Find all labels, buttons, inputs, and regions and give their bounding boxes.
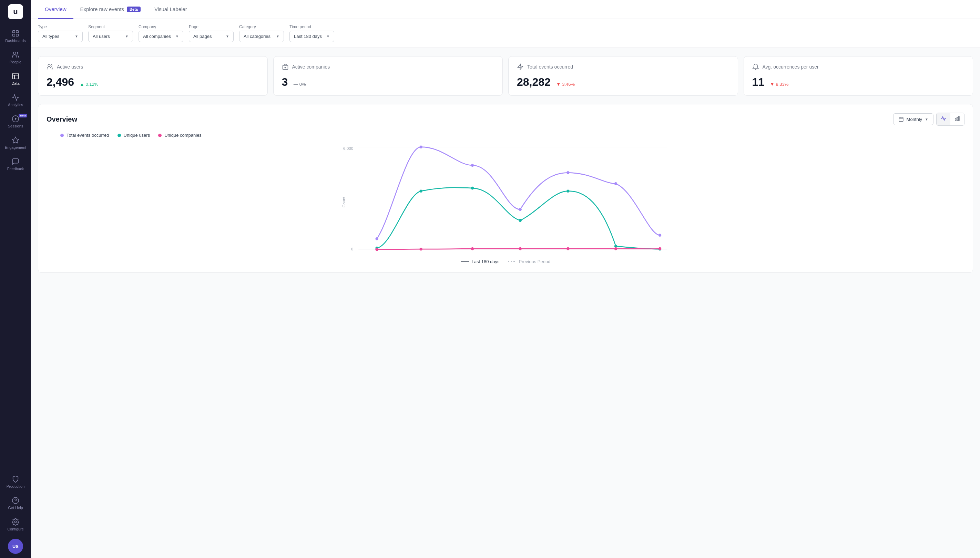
previous-period-label: Previous Period bbox=[519, 259, 551, 264]
sidebar-item-dashboards[interactable]: Dashboards bbox=[2, 26, 29, 46]
total-events-arrow-icon: ▼ bbox=[556, 82, 561, 87]
sidebar-item-engagement[interactable]: Engagement bbox=[2, 133, 29, 153]
sidebar-label-data: Data bbox=[12, 81, 19, 85]
page-filter-select[interactable]: All pages ▼ bbox=[189, 31, 233, 42]
sidebar-item-configure[interactable]: Configure bbox=[2, 515, 29, 535]
sidebar-label-configure: Configure bbox=[7, 527, 24, 531]
companies-dot-sep bbox=[375, 248, 378, 251]
total-events-change: ▼ 3.46% bbox=[556, 82, 575, 87]
events-dot-feb bbox=[614, 182, 618, 185]
metric-card-active-users: Active users 2,496 ▲ 0.12% bbox=[38, 56, 268, 96]
legend-item-companies: Unique companies bbox=[158, 133, 202, 138]
bar-chart-button[interactable] bbox=[950, 113, 964, 125]
tab-explore[interactable]: Explore raw events Beta bbox=[73, 0, 148, 19]
page-filter-value: All pages bbox=[193, 34, 212, 39]
active-companies-value: 3 bbox=[282, 76, 288, 88]
previous-period-line bbox=[508, 261, 516, 262]
sidebar: u Dashboards People Data Analytics Beta … bbox=[0, 0, 31, 558]
svg-rect-16 bbox=[899, 117, 903, 121]
svg-text:Mar 2025: Mar 2025 bbox=[651, 253, 669, 253]
events-dot-jan bbox=[567, 171, 570, 174]
sidebar-label-dashboards: Dashboards bbox=[5, 39, 26, 43]
sidebar-label-production: Production bbox=[7, 484, 25, 488]
tab-visual-labeler[interactable]: Visual Labeler bbox=[148, 0, 194, 19]
category-filter-label: Category bbox=[239, 25, 284, 29]
legend-label-companies: Unique companies bbox=[164, 133, 202, 138]
users-dot-jan bbox=[567, 189, 570, 192]
sidebar-label-sessions: Sessions bbox=[8, 124, 23, 128]
current-period-line bbox=[461, 261, 469, 262]
legend-dot-events bbox=[60, 134, 64, 137]
events-dot-mar bbox=[658, 233, 662, 236]
active-users-arrow-icon: ▲ bbox=[80, 82, 84, 87]
users-dot-nov bbox=[471, 187, 474, 190]
current-period-label: Last 180 days bbox=[472, 259, 500, 264]
sidebar-item-data[interactable]: Data bbox=[2, 69, 29, 89]
line-chart-svg: 6,000 0 Count Sep 2024 Oct 2024 Nov 2024… bbox=[46, 143, 965, 253]
overview-controls: Monthly ▼ bbox=[893, 113, 965, 126]
period-selector[interactable]: Monthly ▼ bbox=[893, 113, 934, 125]
footer-previous-period: Previous Period bbox=[508, 259, 551, 264]
logo[interactable]: u bbox=[8, 4, 23, 19]
company-filter-value: All companies bbox=[143, 34, 171, 39]
type-filter-select[interactable]: All types ▼ bbox=[38, 31, 83, 42]
line-chart-button[interactable] bbox=[937, 113, 950, 125]
page-filter-label: Page bbox=[189, 25, 233, 29]
events-dot-sep bbox=[375, 237, 378, 240]
avg-occurrences-value-row: 11 ▼ 8.33% bbox=[752, 76, 965, 89]
tab-overview[interactable]: Overview bbox=[38, 0, 73, 19]
svg-rect-22 bbox=[958, 117, 959, 121]
active-users-icon bbox=[46, 63, 53, 70]
avg-occurrences-icon bbox=[752, 63, 759, 70]
explore-beta-badge: Beta bbox=[127, 7, 141, 12]
category-chevron-icon: ▼ bbox=[276, 34, 280, 38]
sidebar-item-feedback[interactable]: Feedback bbox=[2, 154, 29, 174]
users-line bbox=[377, 188, 660, 249]
sidebar-item-analytics[interactable]: Analytics bbox=[2, 90, 29, 110]
segment-filter-group: Segment All users ▼ bbox=[88, 25, 133, 42]
company-filter-select[interactable]: All companies ▼ bbox=[138, 31, 183, 42]
svg-text:0: 0 bbox=[351, 247, 354, 251]
events-dot-dec bbox=[519, 208, 522, 211]
avg-occurrences-arrow-icon: ▼ bbox=[770, 82, 774, 87]
metric-cards: Active users 2,496 ▲ 0.12% Active compan… bbox=[38, 56, 973, 96]
time-period-filter-select[interactable]: Last 180 days ▼ bbox=[289, 31, 334, 42]
sidebar-item-get-help[interactable]: Get Help bbox=[2, 493, 29, 513]
svg-text:Nov 2024: Nov 2024 bbox=[464, 253, 482, 253]
svg-marker-15 bbox=[518, 64, 523, 70]
active-users-value-row: 2,496 ▲ 0.12% bbox=[46, 76, 259, 89]
metric-card-active-companies: Active companies 3 — 0% bbox=[273, 56, 503, 96]
type-filter-value: All types bbox=[43, 34, 59, 39]
sidebar-item-production[interactable]: Production bbox=[2, 472, 29, 492]
active-companies-icon bbox=[282, 63, 289, 70]
svg-text:Feb 2025: Feb 2025 bbox=[607, 253, 625, 253]
sidebar-label-feedback: Feedback bbox=[7, 167, 24, 171]
page-filter-group: Page All pages ▼ bbox=[189, 25, 233, 42]
sidebar-label-get-help: Get Help bbox=[8, 505, 23, 510]
period-chevron-icon: ▼ bbox=[925, 117, 928, 121]
category-filter-select[interactable]: All categories ▼ bbox=[239, 31, 284, 42]
companies-line bbox=[377, 249, 660, 249]
period-value: Monthly bbox=[907, 117, 922, 122]
total-events-icon bbox=[517, 63, 524, 70]
avatar[interactable]: US bbox=[8, 539, 23, 554]
segment-filter-select[interactable]: All users ▼ bbox=[88, 31, 133, 42]
time-period-filter-label: Time period bbox=[289, 25, 334, 29]
active-companies-value-row: 3 — 0% bbox=[282, 76, 495, 89]
time-period-filter-value: Last 180 days bbox=[294, 34, 322, 39]
type-filter-group: Type All types ▼ bbox=[38, 25, 83, 42]
svg-rect-3 bbox=[16, 34, 18, 36]
legend-label-users: Unique users bbox=[124, 133, 150, 138]
sidebar-item-people[interactable]: People bbox=[2, 48, 29, 67]
svg-rect-21 bbox=[957, 117, 958, 121]
users-dot-oct bbox=[419, 189, 423, 192]
companies-dot-dec bbox=[519, 247, 522, 250]
segment-filter-value: All users bbox=[93, 34, 110, 39]
svg-rect-0 bbox=[13, 31, 15, 33]
events-dot-oct bbox=[419, 145, 423, 148]
active-companies-change: — 0% bbox=[294, 82, 306, 87]
tab-bar: Overview Explore raw events Beta Visual … bbox=[31, 0, 980, 19]
events-line bbox=[377, 147, 660, 239]
companies-dot-feb bbox=[614, 247, 618, 250]
sidebar-item-sessions[interactable]: Beta Sessions bbox=[2, 112, 29, 131]
